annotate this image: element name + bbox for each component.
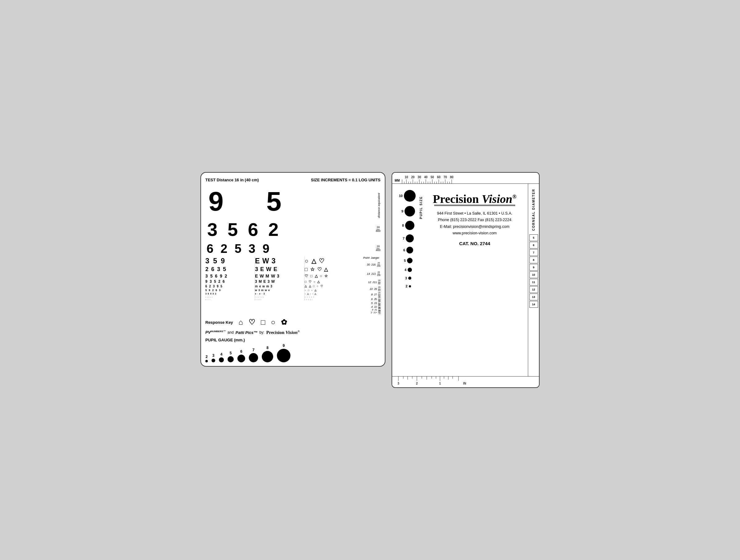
svg-text:IN: IN bbox=[463, 382, 466, 385]
side-label-row1: 20 800 bbox=[376, 218, 380, 241]
pupil-num-9: 9 bbox=[398, 209, 403, 213]
row4b-shapes: □ ☆ ♡ △ bbox=[305, 266, 354, 273]
corneal-box-6: 6 bbox=[530, 242, 538, 249]
jaeger-j2: J2 bbox=[374, 305, 377, 308]
jaeger-j5: J5 bbox=[374, 298, 377, 301]
left-card: TEST Distance 16 in (40 cm) SIZE INCREME… bbox=[200, 172, 385, 367]
pv-numbers-brand: PVNUMBERS™ bbox=[205, 330, 226, 335]
pupil-item-8mm: 8 bbox=[262, 346, 273, 362]
three-col-section: 3 5 9 2 6 3 5 3 5 6 9 2 9 3 5 2 6 6 2 3 … bbox=[205, 256, 354, 301]
chart-row-2: 3 5 6 2 bbox=[205, 218, 354, 241]
point-6: 6 bbox=[371, 298, 373, 301]
right-card-main: 10 9 8 bbox=[392, 184, 528, 376]
point-header: Point bbox=[363, 256, 370, 259]
point-12: 12 bbox=[368, 281, 371, 284]
precision-word: Precision bbox=[266, 330, 284, 335]
pupil-row-6: 6 bbox=[399, 247, 413, 254]
point-2: 2 bbox=[371, 311, 372, 314]
pupil-row-4: 4 bbox=[401, 268, 412, 272]
response-icon-square: □ bbox=[261, 318, 266, 326]
side-row11: 2 J1+ 20 16 bbox=[371, 311, 380, 313]
pupil-dots-row: 2 3 4 5 6 bbox=[205, 344, 380, 362]
pupil-row-9: 9 bbox=[398, 206, 415, 216]
pupil-label-3: 3 bbox=[212, 353, 214, 358]
row4a-numbers: 3 5 9 bbox=[205, 256, 255, 266]
jaeger-j1plus: J1+ bbox=[373, 311, 377, 314]
svg-text:1: 1 bbox=[439, 382, 441, 385]
letters-column: E W 3 3 E W E E W M W 3 3 M E 3 W m e w … bbox=[255, 256, 305, 301]
vision-word: Vision bbox=[285, 330, 297, 335]
shapes-column: ○ △ ♡ □ ☆ ♡ △ ♡ □ △ ○ ☆ □ ♡ ○ △ △ △ □ ○ … bbox=[305, 256, 354, 301]
svg-text:80: 80 bbox=[450, 176, 454, 179]
pupil-num-6: 6 bbox=[399, 248, 405, 252]
pupil-circle-4 bbox=[219, 357, 224, 362]
ruler-top: MM 10 20 30 bbox=[392, 173, 539, 184]
row5-numbers: 3 5 6 9 2 bbox=[205, 273, 255, 279]
side-row3: 30 J16 20 200 bbox=[367, 260, 380, 269]
pupil-circle-8 bbox=[262, 351, 273, 362]
contact-info: 944 First Street • La Salle, IL 61301 • … bbox=[437, 210, 513, 237]
pupil-item-2mm: 2 bbox=[205, 355, 208, 362]
pupil-dot-7 bbox=[406, 235, 414, 243]
precision-vision-logo: Precision Vision® bbox=[433, 193, 517, 205]
response-icon-circle: ○ bbox=[271, 318, 276, 326]
row10-letters: · · · · · · bbox=[255, 295, 304, 298]
contact-line2: Phone (815) 223-2022 Fax (815) 223-2224 bbox=[437, 217, 513, 223]
corneal-box-12: 12 bbox=[530, 286, 538, 293]
pupil-row-5: 5 bbox=[400, 258, 412, 263]
page-container: TEST Distance 16 in (40 cm) SIZE INCREME… bbox=[200, 172, 540, 388]
side-labels: distance equivalent 20 800 20 400 bbox=[354, 185, 380, 313]
pupil-gauge-title: PUPIL GAUGE (mm.) bbox=[205, 338, 380, 342]
pupil-label-6: 6 bbox=[240, 349, 242, 354]
pupil-row-8: 8 bbox=[398, 221, 414, 230]
row7-letters: m e w m 3 bbox=[255, 284, 304, 288]
svg-text:60: 60 bbox=[437, 176, 441, 179]
side-row4b: 12 J11 20 80 bbox=[368, 278, 380, 286]
pupil-item-9mm: 9 bbox=[277, 344, 290, 362]
top-ruler-svg: 10 20 30 40 50 bbox=[392, 173, 539, 184]
svg-text:20: 20 bbox=[411, 176, 415, 179]
pupil-size-label: PUPIL SIZE bbox=[419, 196, 423, 219]
and-label: and bbox=[227, 330, 234, 335]
pupil-main-area: 10 9 8 bbox=[397, 187, 523, 373]
pupil-label-7: 7 bbox=[253, 348, 255, 352]
corneal-boxes: 5 6 7 8 9 10 11 12 13 14 bbox=[528, 235, 539, 308]
response-key-label: Response Key bbox=[205, 320, 233, 325]
pupil-dot-8 bbox=[405, 221, 414, 230]
corneal-box-9: 9 bbox=[530, 264, 538, 271]
response-icon-house: ⌂ bbox=[239, 318, 243, 326]
logo-contact-area: Precision Vision® 944 First Street • La … bbox=[427, 187, 523, 249]
row6-letters: 3 M E 3 W bbox=[255, 279, 304, 284]
pupil-dot-5 bbox=[407, 258, 412, 263]
corneal-box-5: 5 bbox=[530, 235, 538, 241]
side-row5: 10 J9 20 63 bbox=[370, 286, 380, 292]
row9-shapes: ○ △ ○ ○ △ bbox=[305, 292, 354, 295]
point-8: 8 bbox=[371, 293, 373, 296]
point-4: 4 bbox=[371, 305, 373, 308]
pupil-label-2: 2 bbox=[206, 355, 208, 359]
svg-text:10: 10 bbox=[404, 176, 408, 179]
right-pupil-dots: 10 9 8 bbox=[397, 190, 415, 288]
row8-numbers: 5 9 2 6 3 bbox=[205, 288, 255, 292]
pupil-num-10: 10 bbox=[397, 194, 403, 198]
row5-letters: E W M W 3 bbox=[255, 273, 304, 279]
corneal-box-10: 10 bbox=[530, 271, 538, 278]
corneal-box-13: 13 bbox=[530, 294, 538, 300]
pupil-num-4: 4 bbox=[401, 268, 406, 272]
pupil-circle-5 bbox=[227, 356, 234, 362]
row9-numbers: 3 6 9 5 2 bbox=[205, 292, 255, 295]
row4a-shapes: ○ △ ♡ bbox=[305, 256, 354, 266]
bottom-ruler-svg: 3 2 1 IN bbox=[392, 377, 539, 388]
right-card-body: 10 9 8 bbox=[392, 184, 539, 376]
jaeger-j11: J11 bbox=[372, 281, 377, 284]
row6-shapes: □ ♡ ○ △ bbox=[305, 279, 354, 284]
pupil-dot-6 bbox=[406, 247, 413, 254]
svg-text:40: 40 bbox=[424, 176, 428, 179]
right-card: MM 10 20 30 bbox=[392, 172, 540, 388]
pupil-item-7mm: 7 bbox=[249, 348, 258, 362]
pupil-label-5: 5 bbox=[230, 351, 232, 355]
jaeger-j7: J7 bbox=[374, 293, 377, 296]
response-key: Response Key ⌂ ♡ □ ○ ✿ bbox=[205, 317, 380, 328]
pupil-num-8: 8 bbox=[398, 223, 404, 227]
row5-shapes: ♡ □ △ ○ ☆ bbox=[305, 273, 354, 279]
